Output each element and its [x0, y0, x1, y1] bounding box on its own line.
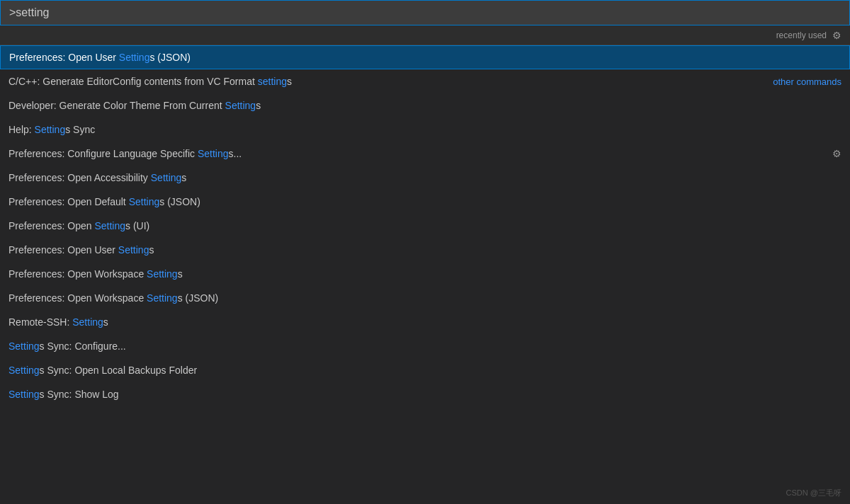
recently-used-label: recently used: [776, 30, 827, 40]
item-text: Settings Sync: Show Log: [8, 389, 119, 400]
results-header-right: recently used ⚙: [776, 30, 842, 41]
item-text: Preferences: Open User Settings (JSON): [9, 52, 191, 63]
item-text: Settings Sync: Open Local Backups Folder: [8, 365, 197, 376]
item-text: Preferences: Configure Language Specific…: [8, 148, 242, 159]
result-item[interactable]: Preferences: Open User Settings: [0, 238, 850, 262]
watermark: CSDN @三毛呀: [786, 488, 842, 498]
gear-header-icon[interactable]: ⚙: [832, 30, 842, 41]
search-input[interactable]: [9, 6, 841, 19]
item-text: Preferences: Open User Settings: [8, 244, 154, 256]
result-item[interactable]: Preferences: Open Default Settings (JSON…: [0, 190, 850, 214]
item-text: Help: Settings Sync: [8, 124, 95, 135]
result-item[interactable]: Settings Sync: Configure...: [0, 334, 850, 358]
item-text: Preferences: Open Accessibility Settings: [8, 172, 186, 183]
result-item[interactable]: Settings Sync: Show Log: [0, 382, 850, 406]
item-text: Preferences: Open Workspace Settings (JS…: [8, 292, 218, 304]
item-right: ⚙: [832, 148, 842, 159]
search-bar[interactable]: [0, 0, 850, 25]
result-item[interactable]: C/C++: Generate EditorConfig contents fr…: [0, 69, 850, 93]
command-palette: recently used ⚙ Preferences: Open User S…: [0, 0, 850, 504]
item-text: Preferences: Open Default Settings (JSON…: [8, 196, 200, 207]
results-list: Preferences: Open User Settings (JSON)C/…: [0, 45, 850, 504]
result-item[interactable]: Preferences: Open User Settings (JSON): [0, 45, 850, 69]
item-text: Remote-SSH: Settings: [8, 316, 108, 328]
result-item[interactable]: Preferences: Open Accessibility Settings: [0, 166, 850, 190]
result-item[interactable]: Preferences: Open Workspace Settings: [0, 262, 850, 286]
item-right[interactable]: other commands: [773, 76, 842, 87]
item-text: C/C++: Generate EditorConfig contents fr…: [8, 76, 292, 87]
item-text: Developer: Generate Color Theme From Cur…: [8, 100, 261, 111]
result-item[interactable]: Remote-SSH: Settings: [0, 310, 850, 334]
item-text: Preferences: Open Workspace Settings: [8, 268, 183, 280]
results-header: recently used ⚙: [0, 25, 850, 45]
result-item[interactable]: Settings Sync: Open Local Backups Folder: [0, 358, 850, 382]
result-item[interactable]: Preferences: Open Workspace Settings (JS…: [0, 286, 850, 310]
result-item[interactable]: Developer: Generate Color Theme From Cur…: [0, 93, 850, 118]
result-item[interactable]: Preferences: Open Settings (UI): [0, 214, 850, 238]
item-text: Settings Sync: Configure...: [8, 340, 126, 352]
result-item[interactable]: Preferences: Configure Language Specific…: [0, 142, 850, 166]
item-text: Preferences: Open Settings (UI): [8, 220, 149, 231]
result-item[interactable]: Help: Settings Sync: [0, 118, 850, 142]
